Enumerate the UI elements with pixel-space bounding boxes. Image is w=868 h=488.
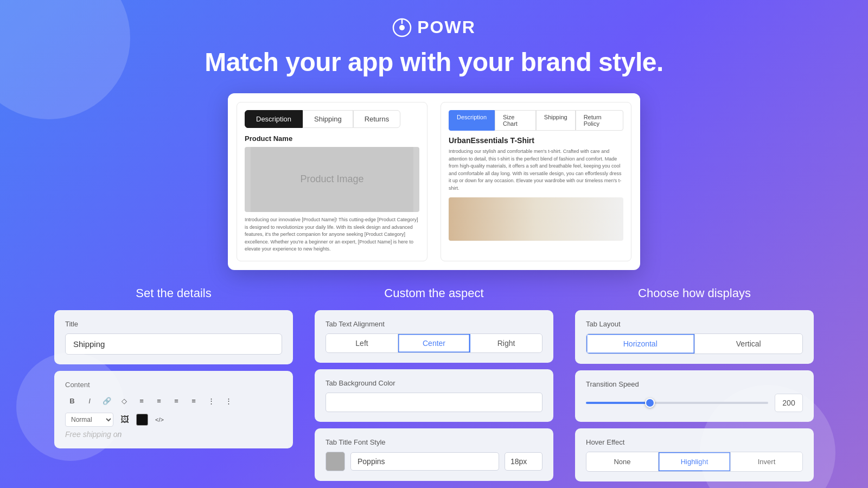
- preview-product-name: Product Name: [245, 134, 419, 143]
- transition-speed-label: Transition Speed: [586, 380, 803, 388]
- preview-product-desc-right: Introducing our stylish and comfortable …: [449, 148, 623, 192]
- content-label: Content: [65, 381, 282, 389]
- logo-text: POWR: [417, 17, 476, 37]
- slider-thumb[interactable]: [645, 398, 655, 408]
- slider-value: 200: [775, 394, 803, 412]
- custom-aspect-title: Custom the aspect: [315, 286, 553, 300]
- title-input[interactable]: [65, 333, 282, 355]
- tab-text-alignment-card: Tab Text Alignment Left Center Right: [315, 310, 553, 363]
- align-center-button[interactable]: ≡: [152, 394, 166, 408]
- italic-button[interactable]: I: [82, 394, 97, 408]
- hover-invert-button[interactable]: Invert: [731, 452, 802, 471]
- headline: Match your app with your brand style.: [0, 47, 868, 77]
- layout-vertical-button[interactable]: Vertical: [695, 334, 803, 354]
- tab-bg-color-card: Tab Background Color: [315, 369, 553, 422]
- align-left-option[interactable]: Left: [326, 334, 398, 352]
- columns-section: Set the details Title Content B I 🔗 ◇ ≡ …: [0, 286, 868, 488]
- image-insert-button[interactable]: 🖼: [118, 413, 132, 427]
- header: POWR Match your app with your brand styl…: [0, 0, 868, 88]
- slider-row: 200: [586, 394, 803, 412]
- tab-layout-card: Tab Layout Horizontal Vertical: [575, 310, 814, 364]
- tab-text-alignment-label: Tab Text Alignment: [326, 320, 542, 328]
- text-alignment-group: Left Center Right: [326, 333, 542, 353]
- align-right-button[interactable]: ≡: [169, 394, 183, 408]
- title-card: Title: [54, 310, 293, 364]
- code-button[interactable]: </>: [152, 413, 167, 427]
- align-right-option[interactable]: Right: [470, 334, 542, 352]
- preview-product-title: UrbanEssentials T-Shirt: [449, 136, 623, 145]
- hover-effect-group: None Highlight Invert: [586, 452, 803, 472]
- color-input-row: [326, 393, 542, 412]
- preview-left-panel: Description Shipping Returns Product Nam…: [237, 102, 427, 261]
- preview-tab-desc-right[interactable]: Description: [449, 110, 495, 131]
- logo-area: POWR: [0, 17, 868, 37]
- choose-display-title: Choose how displays: [575, 286, 814, 300]
- editor-toolbar: B I 🔗 ◇ ≡ ≡ ≡ ≡ ⋮ ⋮: [65, 394, 282, 408]
- preview-wrapper: Description Shipping Returns Product Nam…: [0, 93, 868, 270]
- align-left-button[interactable]: ≡: [135, 394, 149, 408]
- highlight-button[interactable]: ◇: [117, 394, 131, 408]
- preview-tabs-left[interactable]: Description Shipping Returns: [245, 110, 419, 128]
- tab-layout-group: Horizontal Vertical: [586, 333, 803, 354]
- font-row: [326, 452, 542, 471]
- hover-effect-label: Hover Effect: [586, 438, 803, 446]
- tab-bg-color-input[interactable]: [326, 393, 542, 412]
- column-set-details: Set the details Title Content B I 🔗 ◇ ≡ …: [43, 286, 304, 488]
- column-choose-display: Choose how displays Tab Layout Horizonta…: [564, 286, 825, 488]
- column-custom-aspect: Custom the aspect Tab Text Alignment Lef…: [304, 286, 564, 488]
- align-center-option[interactable]: Center: [398, 334, 470, 352]
- preview-card: Description Shipping Returns Product Nam…: [228, 93, 640, 270]
- preview-tab-returns-left[interactable]: Returns: [353, 110, 401, 128]
- tab-title-font-label: Tab Title Font Style: [326, 438, 542, 446]
- preview-right-panel: Description Size Chart Shipping Return P…: [441, 102, 631, 261]
- hover-none-button[interactable]: None: [586, 452, 659, 471]
- font-color-swatch[interactable]: [326, 452, 345, 471]
- preview-tab-shipping-right[interactable]: Shipping: [536, 110, 576, 131]
- set-details-title: Set the details: [54, 286, 293, 300]
- transition-speed-card: Transition Speed 200: [575, 370, 814, 422]
- preview-tabs-right[interactable]: Description Size Chart Shipping Return P…: [449, 110, 623, 131]
- editor-content[interactable]: Free shipping on: [65, 427, 282, 439]
- tab-layout-label: Tab Layout: [586, 320, 803, 328]
- preview-tab-size-right[interactable]: Size Chart: [495, 110, 536, 131]
- align-justify-button[interactable]: ≡: [187, 394, 201, 408]
- powr-logo-icon: [392, 18, 412, 37]
- title-label: Title: [65, 320, 282, 328]
- hover-effect-card: Hover Effect None Highlight Invert: [575, 428, 814, 481]
- tab-bg-color-label: Tab Background Color: [326, 379, 542, 387]
- format-select[interactable]: Normal Heading 1 Heading 2: [65, 413, 113, 427]
- preview-tab-description-left[interactable]: Description: [245, 110, 303, 128]
- preview-tab-shipping-left[interactable]: Shipping: [303, 110, 353, 128]
- bold-button[interactable]: B: [65, 394, 79, 408]
- content-card: Content B I 🔗 ◇ ≡ ≡ ≡ ≡ ⋮ ⋮ Normal Headi…: [54, 371, 293, 448]
- font-name-input[interactable]: [350, 452, 499, 471]
- preview-tab-return-right[interactable]: Return Policy: [576, 110, 623, 131]
- text-color-swatch[interactable]: [136, 414, 148, 426]
- list-unordered-button[interactable]: ⋮: [221, 394, 235, 408]
- layout-horizontal-button[interactable]: Horizontal: [586, 334, 695, 354]
- slider-track[interactable]: [586, 402, 768, 404]
- tab-title-font-card: Tab Title Font Style: [315, 428, 553, 481]
- preview-product-image: Product Image: [245, 147, 419, 212]
- hover-highlight-button[interactable]: Highlight: [659, 452, 731, 471]
- font-size-input[interactable]: [505, 452, 542, 471]
- preview-product-desc-left: Introducing our innovative [Product Name…: [245, 216, 419, 253]
- link-button[interactable]: 🔗: [100, 394, 114, 408]
- preview-right-image: [449, 197, 623, 241]
- svg-text:Product Image: Product Image: [300, 174, 363, 184]
- list-ordered-button[interactable]: ⋮: [204, 394, 218, 408]
- svg-point-1: [399, 25, 405, 30]
